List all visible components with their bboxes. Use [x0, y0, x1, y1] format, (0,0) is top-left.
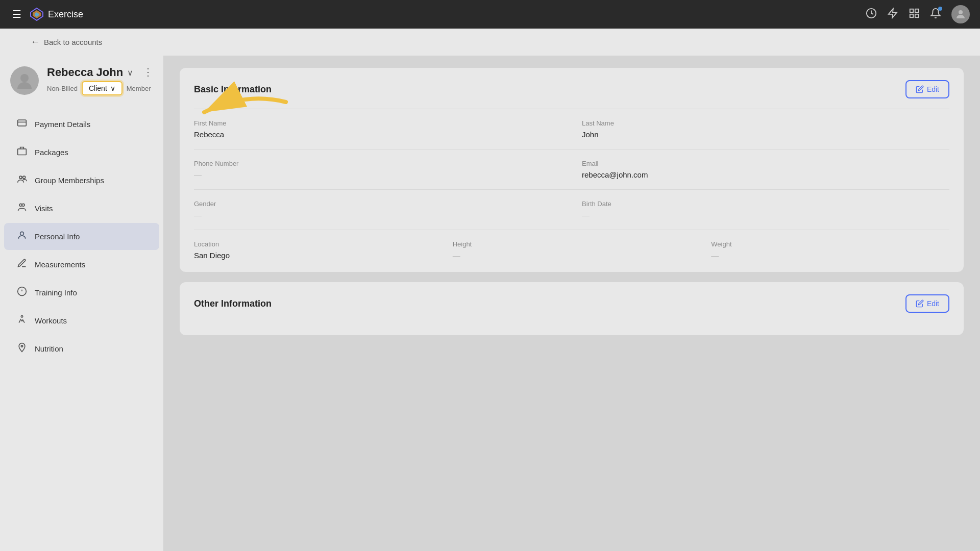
weight-label: Weight [711, 240, 949, 248]
basic-info-location-row: Location San Diego Height — Weight — [194, 240, 949, 260]
sidebar-item-payment-details[interactable]: Payment Details [4, 111, 159, 138]
svg-rect-7 [910, 14, 913, 17]
nav-actions [866, 5, 970, 23]
birth-date-label: Birth Date [582, 200, 949, 208]
basic-info-header: Basic Information Edit [194, 80, 949, 98]
training-info-icon [16, 286, 28, 299]
bell-icon[interactable] [930, 8, 941, 21]
other-info-edit-button[interactable]: Edit [905, 294, 949, 313]
sidebar-label-personal-info: Personal Info [35, 232, 80, 241]
basic-info-divider-2 [194, 189, 949, 190]
height-label: Height [453, 240, 691, 248]
non-billed-tag: Non-Billed [47, 85, 78, 92]
member-tag: Member [127, 85, 151, 92]
main-layout: ← Back to accounts Rebecca John ∨ [0, 29, 980, 551]
gender-value: — [194, 211, 561, 219]
other-info-title: Other Information [194, 298, 272, 309]
packages-icon [16, 146, 28, 159]
profile-name-chevron[interactable]: ∨ [127, 68, 133, 78]
svg-point-14 [19, 176, 22, 179]
basic-info-divider-top [194, 109, 949, 109]
last-name-label: Last Name [582, 119, 949, 127]
user-avatar[interactable] [951, 5, 970, 23]
svg-point-22 [21, 316, 22, 317]
svg-point-18 [20, 232, 24, 235]
basic-info-edit-button[interactable]: Edit [905, 80, 949, 98]
sidebar-item-training-info[interactable]: Training Info [4, 279, 159, 306]
sidebar-label-packages: Packages [35, 148, 68, 157]
svg-rect-13 [18, 149, 27, 155]
nutrition-icon [16, 342, 28, 355]
profile-more-icon[interactable]: ⋮ [143, 66, 153, 78]
main-content: Basic Information Edit First Name Rebecc… [163, 56, 980, 551]
svg-point-23 [21, 345, 22, 347]
sidebar-label-group-memberships: Group Memberships [35, 176, 104, 185]
email-field: Email rebecca@john.com [582, 160, 949, 179]
sidebar-item-visits[interactable]: Visits [4, 195, 159, 222]
svg-point-15 [23, 176, 26, 179]
sidebar-item-nutrition[interactable]: Nutrition [4, 335, 159, 362]
sidebar-label-training-info: Training Info [35, 288, 77, 297]
other-info-card: Other Information Edit [180, 282, 964, 335]
weight-field: Weight — [711, 240, 949, 260]
email-label: Email [582, 160, 949, 167]
back-bar: ← Back to accounts [0, 29, 980, 56]
gender-field: Gender — [194, 200, 561, 219]
personal-info-icon [16, 230, 28, 243]
location-field: Location San Diego [194, 240, 432, 260]
notification-dot [938, 7, 942, 11]
last-name-value: John [582, 130, 949, 139]
email-value: rebecca@john.com [582, 170, 949, 179]
profile-name: Rebecca John [47, 66, 123, 79]
lightning-icon[interactable] [887, 8, 898, 21]
sidebar-item-measurements[interactable]: Measurements [4, 251, 159, 278]
hamburger-menu[interactable]: ☰ [10, 6, 23, 22]
basic-info-card: Basic Information Edit First Name Rebecc… [180, 68, 964, 272]
sidebar-item-personal-info[interactable]: Personal Info [4, 223, 159, 250]
height-field: Height — [453, 240, 691, 260]
client-badge[interactable]: Client ∨ [82, 81, 122, 95]
sidebar-item-workouts[interactable]: Workouts [4, 307, 159, 334]
top-nav: ☰ Exercise [0, 0, 980, 29]
sidebar-label-payment-details: Payment Details [35, 120, 90, 129]
svg-point-9 [959, 10, 963, 14]
sidebar-item-group-memberships[interactable]: Group Memberships [4, 167, 159, 194]
svg-rect-5 [910, 9, 913, 12]
location-value: San Diego [194, 251, 432, 260]
history-icon[interactable] [866, 8, 877, 21]
profile-avatar [10, 66, 39, 95]
sidebar-label-visits: Visits [35, 204, 53, 213]
app-name: Exercise [48, 9, 83, 20]
profile-tags: Non-Billed Client ∨ Member [47, 81, 153, 95]
first-name-label: First Name [194, 119, 561, 127]
birth-date-value: — [582, 211, 949, 219]
grid-icon[interactable] [909, 8, 920, 21]
weight-value: — [711, 251, 949, 260]
first-name-field: First Name Rebecca [194, 119, 561, 139]
phone-field: Phone Number — [194, 160, 561, 179]
phone-label: Phone Number [194, 160, 561, 167]
basic-info-divider-1 [194, 149, 949, 149]
svg-point-10 [20, 74, 29, 82]
app-logo: Exercise [30, 7, 83, 21]
sidebar-label-measurements: Measurements [35, 260, 85, 269]
sidebar-item-packages[interactable]: Packages [4, 139, 159, 166]
birth-date-field: Birth Date — [582, 200, 949, 219]
last-name-field: Last Name John [582, 119, 949, 139]
profile-info: Rebecca John ∨ Non-Billed Client ∨ Membe… [47, 66, 153, 95]
back-label: Back to accounts [44, 38, 102, 46]
group-memberships-icon [16, 174, 28, 187]
workouts-icon [16, 314, 28, 327]
svg-rect-6 [915, 9, 918, 12]
svg-marker-4 [889, 8, 897, 17]
back-to-accounts-link[interactable]: ← Back to accounts [31, 37, 102, 47]
sidebar-nav: Payment Details Packages [0, 111, 163, 362]
phone-value: — [194, 170, 561, 179]
height-value: — [453, 251, 691, 260]
logo-icon [30, 7, 44, 21]
payment-details-icon [16, 118, 28, 131]
basic-info-name-row: First Name Rebecca Last Name John [194, 119, 949, 139]
back-arrow-icon: ← [31, 37, 40, 47]
other-info-header: Other Information Edit [194, 294, 949, 313]
profile-header: Rebecca John ∨ Non-Billed Client ∨ Membe… [0, 66, 163, 106]
